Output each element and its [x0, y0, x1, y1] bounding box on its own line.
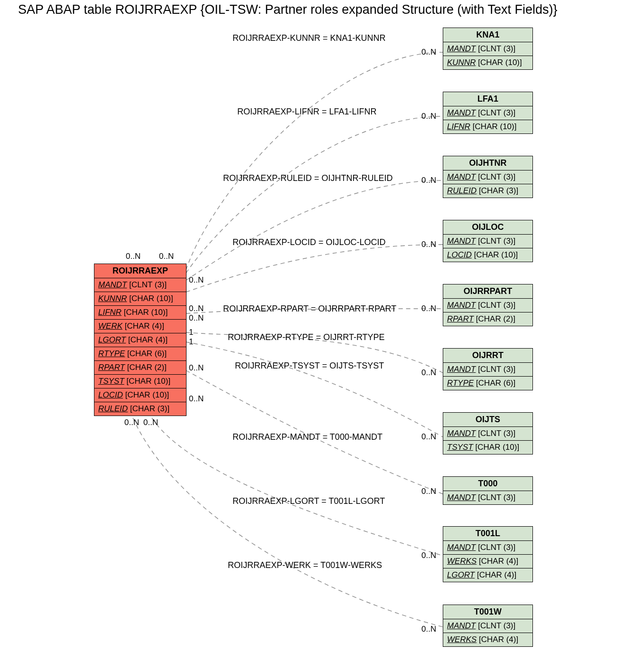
entity-header: OIJTS [443, 413, 532, 427]
entity-t001l: T001L MANDT [CLNT (3)] WERKS [CHAR (4)] … [443, 526, 533, 582]
cardinality-right: 0..N [421, 112, 436, 121]
field-name: MANDT [447, 365, 476, 374]
relation-label: ROIJRRAEXP-MANDT = T000-MANDT [233, 432, 382, 442]
field-type: [CHAR (4)] [477, 570, 516, 579]
field-row: RPART [CHAR (2)] [443, 312, 532, 326]
entity-header: OIJLOC [443, 220, 532, 235]
field-type: [CHAR (6)] [127, 349, 167, 358]
cardinality-right: 0..N [421, 432, 436, 442]
cardinality-left: 1 [189, 328, 193, 337]
field-row: TSYST [CHAR (10)] [443, 441, 532, 454]
entity-header: OIJRRT [443, 349, 532, 363]
entity-header: T001W [443, 605, 532, 619]
relation-label: ROIJRRAEXP-TSYST = OIJTS-TSYST [235, 361, 384, 371]
entity-oijloc: OIJLOC MANDT [CLNT (3)] LOCID [CHAR (10)… [443, 220, 533, 262]
relation-label: ROIJRRAEXP-LOCID = OIJLOC-LOCID [233, 237, 386, 247]
field-row: RTYPE [CHAR (6)] [94, 347, 186, 361]
field-type: [CLNT (3)] [478, 543, 515, 552]
cardinality-left: 0..N [189, 304, 204, 313]
field-row: LOCID [CHAR (10)] [443, 248, 532, 262]
field-type: [CLNT (3)] [478, 44, 515, 53]
field-type: [CLNT (3)] [478, 172, 515, 181]
cardinality-left: 0..N [189, 394, 204, 404]
field-name: MANDT [447, 44, 476, 53]
field-row: RPART [CHAR (2)] [94, 361, 186, 375]
entity-oijrrpart: OIJRRPART MANDT [CLNT (3)] RPART [CHAR (… [443, 284, 533, 326]
field-type: [CHAR (10)] [124, 308, 168, 317]
field-row: TSYST [CHAR (10)] [94, 375, 186, 388]
field-row: MANDT [CLNT (3)] [443, 235, 532, 248]
field-name: TSYST [98, 377, 124, 386]
field-type: [CHAR (10)] [474, 250, 518, 259]
cardinality-left: 0..N [189, 313, 204, 323]
field-type: [CHAR (10)] [125, 390, 169, 399]
field-type: [CHAR (2)] [127, 363, 167, 372]
field-name: WERKS [447, 557, 476, 566]
field-row: WERKS [CHAR (4)] [443, 555, 532, 568]
relation-label: ROIJRRAEXP-RTYPE = OIJRRT-RTYPE [228, 332, 385, 342]
entity-oijhtnr: OIJHTNR MANDT [CLNT (3)] RULEID [CHAR (3… [443, 156, 533, 198]
field-name: LGORT [447, 570, 475, 579]
cardinality-left: 0..N [189, 363, 204, 373]
field-type: [CLNT (3)] [478, 365, 515, 374]
field-type: [CLNT (3)] [478, 429, 515, 438]
field-row: RTYPE [CHAR (6)] [443, 377, 532, 390]
field-type: [CHAR (10)] [478, 58, 522, 67]
entity-main: ROIJRRAEXP MANDT [CLNT (3)] KUNNR [CHAR … [94, 264, 187, 416]
field-name: MANDT [447, 493, 476, 502]
field-type: [CHAR (4)] [125, 322, 164, 331]
field-row: KUNNR [CHAR (10)] [443, 56, 532, 69]
field-row: MANDT [CLNT (3)] [443, 42, 532, 56]
cardinality-right: 0..N [421, 368, 436, 378]
entity-t001w: T001W MANDT [CLNT (3)] WERKS [CHAR (4)] [443, 605, 533, 647]
field-row: WERK [CHAR (4)] [94, 320, 186, 333]
field-type: [CLNT (3)] [129, 280, 167, 289]
field-name: LIFNR [447, 122, 470, 131]
field-type: [CHAR (4)] [479, 557, 518, 566]
field-type: [CLNT (3)] [478, 301, 515, 310]
field-row: MANDT [CLNT (3)] [443, 427, 532, 441]
entity-header: OIJRRPART [443, 284, 532, 299]
entity-main-header: ROIJRRAEXP [94, 264, 186, 278]
cardinality-right: 0..N [421, 625, 436, 634]
field-type: [CLNT (3)] [478, 108, 515, 117]
cardinality-right: 0..N [421, 304, 436, 313]
field-row: MANDT [CLNT (3)] [443, 299, 532, 312]
cardinality-right: 0..N [421, 551, 436, 560]
field-name: MANDT [447, 301, 476, 310]
entity-oijts: OIJTS MANDT [CLNT (3)] TSYST [CHAR (10)] [443, 412, 533, 454]
field-name: RPART [98, 363, 125, 372]
relation-label: ROIJRRAEXP-WERK = T001W-WERKS [228, 560, 382, 570]
cardinality-left: 0..N [159, 252, 174, 261]
field-name: KUNNR [98, 294, 127, 303]
field-name: LOCID [98, 390, 123, 399]
field-row: WERKS [CHAR (4)] [443, 633, 532, 646]
entity-lfa1: LFA1 MANDT [CLNT (3)] LIFNR [CHAR (10)] [443, 92, 533, 134]
field-name: WERK [98, 322, 122, 331]
field-name: LIFNR [98, 308, 121, 317]
field-row: LGORT [CHAR (4)] [443, 568, 532, 582]
er-diagram: ROIJRRAEXP MANDT [CLNT (3)] KUNNR [CHAR … [0, 0, 625, 672]
field-row: MANDT [CLNT (3)] [443, 106, 532, 120]
cardinality-left: 0..N [126, 252, 140, 261]
field-type: [CLNT (3)] [478, 621, 515, 630]
field-row: RULEID [CHAR (3)] [94, 402, 186, 416]
field-name: KUNNR [447, 58, 476, 67]
field-name: LGORT [98, 335, 126, 344]
field-name: MANDT [447, 108, 476, 117]
field-row: RULEID [CHAR (3)] [443, 184, 532, 198]
field-row: MANDT [CLNT (3)] [443, 363, 532, 377]
field-row: MANDT [CLNT (3)] [443, 619, 532, 633]
cardinality-left: 0..N [124, 418, 139, 427]
field-row: LIFNR [CHAR (10)] [94, 306, 186, 320]
field-type: [CLNT (3)] [478, 493, 515, 502]
field-name: RPART [447, 314, 474, 323]
field-row: MANDT [CLNT (3)] [443, 170, 532, 184]
cardinality-left: 0..N [143, 418, 158, 427]
field-name: LOCID [447, 250, 472, 259]
field-name: MANDT [98, 280, 127, 289]
field-type: [CHAR (3)] [130, 404, 169, 413]
cardinality-left: 0..N [189, 275, 204, 285]
relation-label: ROIJRRAEXP-LGORT = T001L-LGORT [233, 496, 385, 506]
entity-kna1: KNA1 MANDT [CLNT (3)] KUNNR [CHAR (10)] [443, 28, 533, 70]
